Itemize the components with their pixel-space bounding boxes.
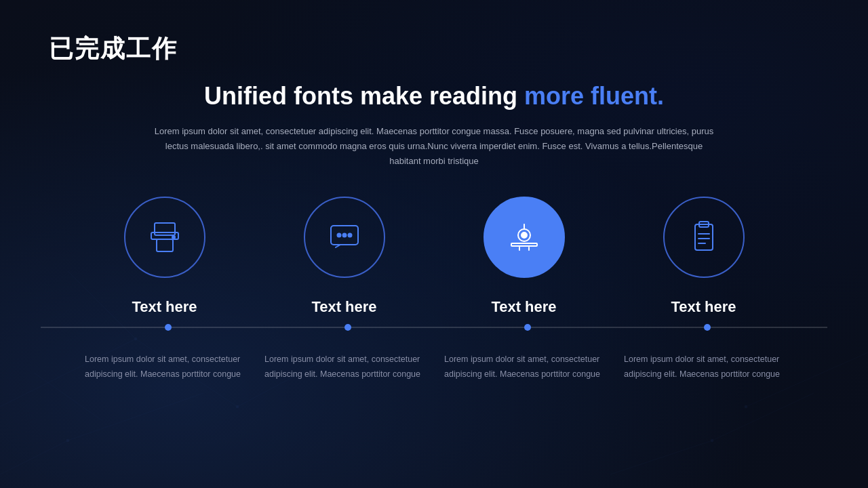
card-1-title: Text here [132, 298, 197, 316]
card-2-title: Text here [311, 298, 376, 316]
chat-icon [326, 219, 363, 256]
desc-card-2: Lorem ipsum dolor sit amet, consectetuer… [254, 352, 434, 382]
svg-rect-16 [157, 239, 173, 251]
card-2: Text here [254, 197, 434, 316]
svg-point-21 [348, 234, 351, 237]
desc-card-4: Lorem ipsum dolor sit amet, consectetuer… [614, 352, 793, 382]
icon-circle-3 [484, 197, 565, 278]
card-3: Text here [434, 197, 614, 316]
icon-circle-4 [663, 197, 745, 278]
card-3-title: Text here [491, 298, 556, 316]
headline: Unified fonts make reading more fluent. [204, 81, 664, 110]
timeline-dot-1 [165, 324, 172, 331]
desc-text-4: Lorem ipsum dolor sit amet, consectetuer… [624, 352, 783, 382]
subtitle-text: Lorem ipsum dolor sit amet, consectetuer… [108, 124, 760, 169]
desc-card-3: Lorem ipsum dolor sit amet, consectetuer… [434, 352, 614, 382]
main-section: Unified fonts make reading more fluent. … [0, 81, 868, 169]
svg-rect-28 [695, 224, 713, 250]
desc-text-2: Lorem ipsum dolor sit amet, consectetuer… [264, 352, 424, 382]
page-title: 已完成工作 [49, 33, 178, 66]
timeline [41, 327, 827, 328]
timeline-dot-2 [344, 324, 351, 331]
timeline-dot-4 [704, 324, 711, 331]
svg-point-17 [172, 236, 175, 239]
svg-point-20 [342, 234, 346, 237]
printer-icon [146, 219, 183, 256]
icon-circle-2 [304, 197, 385, 278]
descriptions-container: Lorem ipsum dolor sit amet, consectetuer… [0, 352, 868, 382]
card-4: Text here [614, 197, 793, 316]
clipboard-icon [686, 219, 722, 256]
cards-container: Text here Text here [0, 197, 868, 316]
card-4-title: Text here [671, 298, 736, 316]
card-1: Text here [75, 197, 254, 316]
svg-point-23 [521, 232, 527, 238]
timeline-dot-3 [524, 324, 531, 331]
desc-card-1: Lorem ipsum dolor sit amet, consectetuer… [75, 352, 254, 382]
headline-highlight: more fluent. [524, 82, 664, 110]
camera-icon [506, 219, 542, 256]
svg-point-19 [337, 234, 340, 237]
desc-text-3: Lorem ipsum dolor sit amet, consectetuer… [444, 352, 604, 382]
svg-rect-15 [155, 223, 175, 235]
svg-rect-24 [511, 243, 537, 246]
icon-circle-1 [124, 197, 205, 278]
headline-plain: Unified fonts make reading [204, 82, 524, 110]
desc-text-1: Lorem ipsum dolor sit amet, consectetuer… [85, 352, 244, 382]
